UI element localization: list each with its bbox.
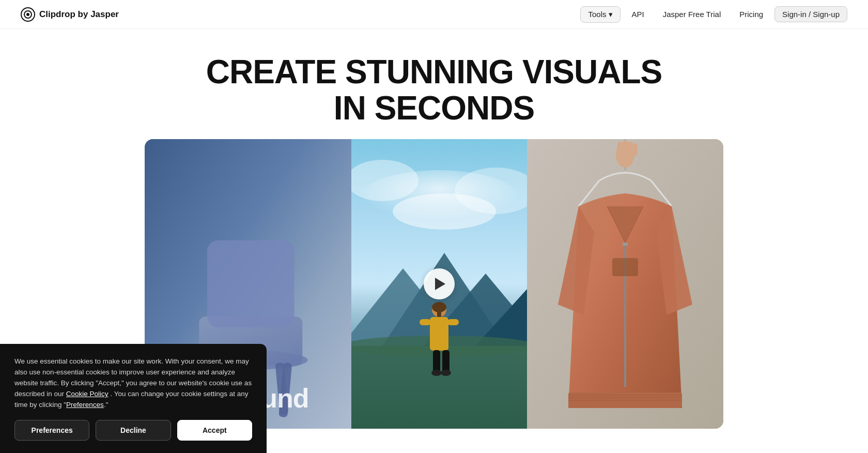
- navigation: Clipdrop by Jasper Tools ▾ API Jasper Fr…: [0, 0, 868, 29]
- svg-rect-39: [633, 143, 638, 156]
- cookie-buttons: Preferences Decline Accept: [14, 420, 252, 429]
- chevron-down-icon: ▾: [609, 10, 613, 19]
- preferences-button[interactable]: Preferences: [14, 420, 89, 429]
- svg-rect-42: [612, 258, 638, 276]
- nav-links: Tools ▾ API Jasper Free Trial Pricing Si…: [580, 6, 847, 23]
- decline-button[interactable]: Decline: [96, 420, 171, 429]
- preferences-link[interactable]: Preferences: [66, 401, 104, 409]
- pricing-button[interactable]: Pricing: [732, 7, 770, 22]
- hero-section: CREATE STUNNING VISUALS IN SECONDS: [0, 29, 868, 139]
- logo-text: Clipdrop by Jasper: [39, 9, 119, 20]
- svg-rect-36: [617, 142, 623, 157]
- svg-rect-26: [447, 319, 459, 325]
- svg-rect-37: [623, 141, 628, 157]
- tools-button[interactable]: Tools ▾: [580, 6, 620, 23]
- logo[interactable]: Clipdrop by Jasper: [21, 7, 119, 22]
- strip-middle-panel: [351, 139, 527, 429]
- cookie-policy-link[interactable]: Cookie Policy: [66, 390, 109, 398]
- api-button[interactable]: API: [625, 7, 652, 22]
- play-button[interactable]: [424, 268, 455, 299]
- svg-rect-5: [207, 240, 294, 327]
- accept-button[interactable]: Accept: [177, 420, 252, 429]
- svg-point-14: [393, 193, 496, 230]
- svg-point-29: [431, 370, 442, 376]
- svg-point-1: [26, 13, 29, 16]
- svg-rect-25: [420, 319, 431, 325]
- svg-rect-38: [628, 142, 633, 156]
- strip-right-panel: [527, 139, 723, 429]
- svg-rect-41: [623, 243, 628, 246]
- signin-button[interactable]: Sign-in / Sign-up: [774, 6, 847, 22]
- hero-headline: CREATE STUNNING VISUALS IN SECONDS: [10, 54, 858, 127]
- cookie-banner: We use essential cookies to make our sit…: [0, 344, 267, 428]
- logo-icon: [21, 7, 35, 22]
- cookie-text: We use essential cookies to make our sit…: [14, 356, 252, 411]
- trial-button[interactable]: Jasper Free Trial: [656, 7, 729, 22]
- svg-rect-24: [430, 317, 448, 351]
- play-icon: [435, 278, 445, 290]
- svg-point-30: [441, 370, 451, 376]
